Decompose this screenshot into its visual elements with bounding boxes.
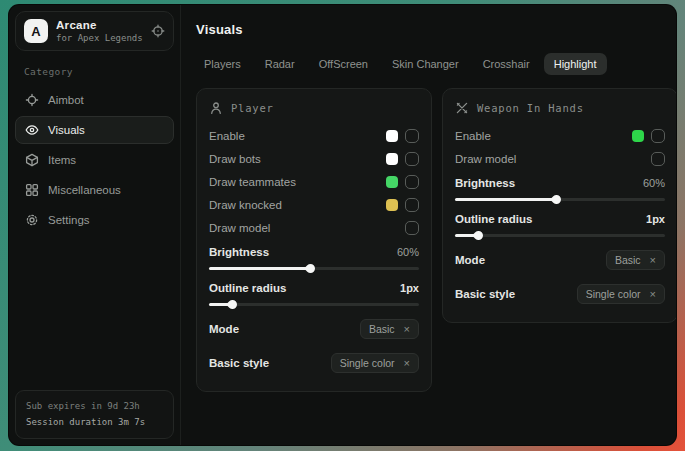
app-header: A Arcane for Apex Legends [15, 11, 174, 51]
sidebar-item-label: Visuals [48, 124, 85, 136]
checkbox[interactable] [405, 129, 419, 143]
tab-players[interactable]: Players [194, 53, 251, 75]
checkbox[interactable] [405, 198, 419, 212]
sidebar-item-label: Items [48, 154, 76, 166]
slider[interactable] [209, 303, 419, 306]
subscription-info: Sub expires in 9d 23h Session duration 3… [15, 390, 174, 439]
player-icon [209, 101, 223, 115]
color-swatch[interactable] [386, 130, 398, 142]
chip-row: Basic style Single color × [209, 347, 419, 379]
chip-value: Basic [615, 254, 641, 266]
sidebar-item-items[interactable]: Items [15, 146, 174, 174]
slider-row: Outline radius 1px [209, 275, 419, 311]
slider[interactable] [209, 267, 419, 270]
session-duration-text: Session duration 3m 7s [26, 415, 163, 430]
select-chip[interactable]: Basic × [360, 319, 419, 339]
sidebar-item-label: Settings [48, 214, 90, 226]
settings-icon [25, 213, 39, 227]
page-title: Visuals [196, 22, 677, 37]
slider-thumb[interactable] [304, 262, 317, 275]
panel-title: Player [231, 102, 274, 114]
items-icon [25, 153, 39, 167]
app-name: Arcane [56, 19, 143, 31]
setting-label: Brightness [455, 177, 515, 189]
setting-label: Brightness [209, 246, 269, 258]
color-swatch[interactable] [386, 199, 398, 211]
close-icon[interactable]: × [650, 289, 656, 300]
tab-offscreen[interactable]: OffScreen [309, 53, 378, 75]
weapon-icon [455, 101, 469, 115]
tab-highlight[interactable]: Highlight [544, 53, 607, 75]
chip-value: Basic [369, 323, 395, 335]
panel-weapon-in-hands: Weapon In Hands Enable Draw model Bright… [442, 88, 677, 323]
aimbot-icon [25, 93, 39, 107]
setting-label: Basic style [209, 357, 269, 369]
toggle-row: Enable [209, 124, 419, 147]
panel-header: Weapon In Hands [455, 101, 665, 115]
select-chip[interactable]: Single color × [331, 353, 419, 373]
app-titles: Arcane for Apex Legends [56, 19, 143, 43]
setting-label: Draw bots [209, 153, 261, 165]
setting-label: Enable [455, 130, 491, 142]
select-chip[interactable]: Single color × [577, 284, 665, 304]
close-icon[interactable]: × [404, 358, 410, 369]
slider-thumb[interactable] [472, 229, 485, 242]
color-swatch[interactable] [386, 153, 398, 165]
slider-thumb[interactable] [226, 298, 239, 311]
chip-row: Mode Basic × [209, 313, 419, 345]
setting-label: Draw model [455, 153, 516, 165]
tab-radar[interactable]: Radar [255, 53, 305, 75]
app-subtitle: for Apex Legends [56, 33, 143, 43]
slider-value: 1px [646, 213, 665, 225]
setting-label: Draw teammates [209, 176, 296, 188]
checkbox[interactable] [405, 152, 419, 166]
target-icon[interactable] [151, 24, 165, 38]
misc-icon [25, 183, 39, 197]
checkbox[interactable] [405, 221, 419, 235]
slider-row: Brightness 60% [209, 239, 419, 275]
setting-label: Mode [209, 323, 239, 335]
sidebar-item-visuals[interactable]: Visuals [15, 116, 174, 144]
slider-value: 60% [643, 177, 665, 189]
toggle-row: Draw model [209, 216, 419, 239]
app-window: A Arcane for Apex Legends Category Aimbo… [8, 4, 677, 446]
tab-skin-changer[interactable]: Skin Changer [382, 53, 469, 75]
panel-rows: Enable Draw bots Draw teammates Draw kno… [209, 124, 419, 379]
sidebar-item-miscellaneous[interactable]: Miscellaneous [15, 176, 174, 204]
setting-label: Basic style [455, 288, 515, 300]
slider[interactable] [455, 234, 665, 237]
close-icon[interactable]: × [650, 255, 656, 266]
setting-label: Outline radius [209, 282, 286, 294]
slider[interactable] [455, 198, 665, 201]
select-chip[interactable]: Basic × [606, 250, 665, 270]
slider-value: 1px [400, 282, 419, 294]
slider-thumb[interactable] [550, 193, 563, 206]
slider-fill [209, 267, 310, 270]
chip-row: Basic style Single color × [455, 278, 665, 310]
sidebar-item-aimbot[interactable]: Aimbot [15, 86, 174, 114]
slider-row: Brightness 60% [455, 170, 665, 206]
tab-crosshair[interactable]: Crosshair [473, 53, 540, 75]
checkbox[interactable] [405, 175, 419, 189]
checkbox[interactable] [651, 152, 665, 166]
toggle-row: Draw bots [209, 147, 419, 170]
sidebar-item-settings[interactable]: Settings [15, 206, 174, 234]
slider-value: 60% [397, 246, 419, 258]
color-swatch[interactable] [386, 176, 398, 188]
sidebar-nav: Aimbot Visuals Items Miscellaneous Setti… [15, 85, 174, 235]
color-swatch[interactable] [632, 130, 644, 142]
slider-fill [455, 198, 556, 201]
category-label: Category [24, 66, 165, 77]
visuals-icon [25, 123, 39, 137]
chip-value: Single color [586, 288, 641, 300]
setting-label: Outline radius [455, 213, 532, 225]
sidebar-item-label: Miscellaneous [48, 184, 121, 196]
checkbox[interactable] [651, 129, 665, 143]
app-logo: A [24, 19, 48, 43]
panel-title: Weapon In Hands [477, 102, 584, 114]
chip-row: Mode Basic × [455, 244, 665, 276]
toggle-row: Enable [455, 124, 665, 147]
slider-row: Outline radius 1px [455, 206, 665, 242]
close-icon[interactable]: × [404, 324, 410, 335]
toggle-row: Draw model [455, 147, 665, 170]
